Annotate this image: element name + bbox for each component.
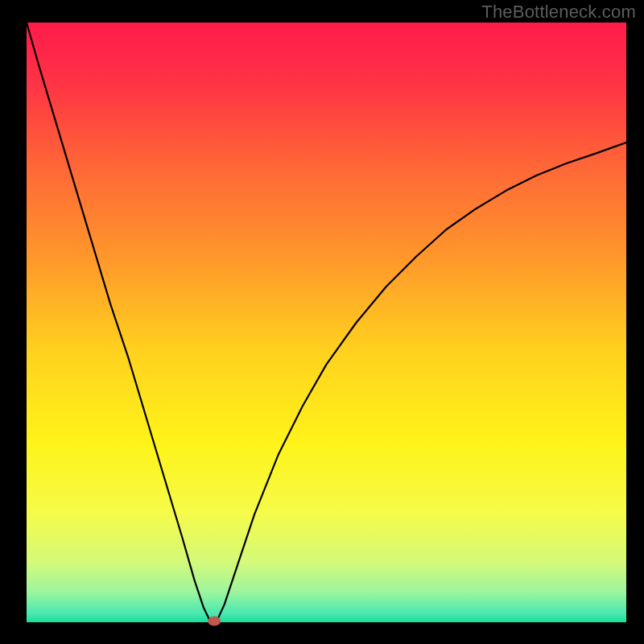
bottleneck-chart <box>0 0 644 644</box>
chart-frame: TheBottleneck.com <box>0 0 644 644</box>
optimal-point-marker <box>208 617 221 626</box>
